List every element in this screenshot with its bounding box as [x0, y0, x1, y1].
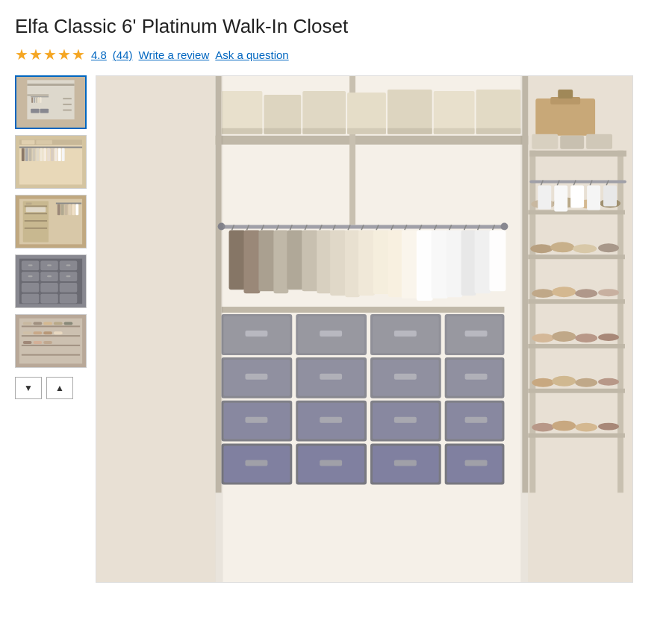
- svg-rect-72: [22, 335, 80, 337]
- svg-rect-86: [43, 341, 52, 344]
- svg-rect-2: [27, 84, 74, 86]
- svg-rect-76: [34, 322, 43, 325]
- svg-rect-135: [358, 231, 375, 296]
- svg-rect-199: [394, 460, 417, 466]
- svg-rect-47: [72, 204, 75, 216]
- svg-rect-149: [461, 231, 476, 296]
- svg-rect-63: [28, 265, 33, 266]
- thumbnail-next-button[interactable]: ▲: [46, 377, 73, 399]
- svg-rect-166: [465, 331, 488, 337]
- thumbnail-5[interactable]: [15, 314, 87, 368]
- svg-rect-184: [320, 417, 342, 423]
- star-4: ★: [57, 46, 71, 63]
- svg-rect-11: [40, 109, 49, 113]
- review-count[interactable]: (44): [113, 49, 133, 61]
- svg-rect-169: [245, 374, 267, 380]
- svg-rect-190: [465, 417, 488, 423]
- svg-rect-79: [64, 322, 73, 325]
- svg-rect-208: [528, 344, 625, 348]
- write-review-link[interactable]: Write a review: [139, 49, 210, 61]
- rating-row: ★ ★ ★ ★ ★ 4.8 (44) Write a review Ask a …: [15, 46, 657, 63]
- main-product-image[interactable]: [96, 75, 633, 583]
- svg-rect-13: [63, 104, 71, 105]
- svg-rect-20: [29, 148, 32, 162]
- svg-rect-137: [373, 231, 390, 295]
- svg-rect-74: [22, 354, 80, 356]
- star-2: ★: [29, 46, 43, 63]
- thumbnail-prev-button[interactable]: ▼: [15, 377, 42, 399]
- svg-rect-61: [40, 294, 58, 304]
- svg-point-223: [532, 334, 554, 342]
- svg-point-228: [552, 376, 576, 387]
- svg-rect-67: [47, 275, 52, 277]
- svg-rect-117: [229, 231, 246, 290]
- svg-rect-145: [432, 231, 448, 299]
- svg-rect-17: [19, 147, 82, 148]
- svg-rect-109: [476, 128, 521, 134]
- svg-rect-102: [347, 93, 386, 134]
- svg-point-232: [552, 421, 576, 431]
- svg-rect-27: [55, 148, 57, 162]
- svg-rect-38: [25, 220, 47, 222]
- svg-rect-108: [476, 90, 521, 134]
- svg-rect-248: [560, 136, 584, 149]
- product-title: Elfa Classic 6' Platinum Walk-In Closet: [15, 15, 657, 38]
- svg-rect-250: [216, 76, 223, 582]
- thumbnail-3[interactable]: [15, 195, 87, 248]
- svg-rect-73: [22, 345, 80, 346]
- svg-rect-5: [31, 97, 33, 103]
- svg-rect-143: [417, 231, 433, 301]
- svg-rect-100: [302, 91, 346, 134]
- svg-rect-21: [33, 148, 36, 162]
- svg-rect-245: [603, 186, 617, 207]
- svg-point-215: [530, 245, 553, 254]
- svg-rect-16: [19, 140, 82, 185]
- svg-rect-101: [302, 128, 346, 134]
- svg-rect-7: [36, 97, 37, 103]
- svg-point-225: [575, 334, 597, 342]
- svg-rect-163: [394, 331, 417, 337]
- svg-rect-160: [320, 331, 342, 337]
- svg-rect-75: [23, 322, 32, 325]
- svg-point-234: [598, 423, 619, 431]
- svg-rect-175: [394, 374, 417, 380]
- svg-rect-125: [287, 231, 303, 290]
- svg-rect-77: [43, 322, 52, 325]
- svg-rect-45: [65, 204, 68, 216]
- svg-rect-133: [345, 231, 360, 298]
- thumbnail-2[interactable]: [15, 135, 87, 189]
- svg-rect-207: [528, 299, 625, 304]
- svg-point-115: [500, 223, 508, 231]
- svg-rect-19: [25, 148, 28, 162]
- svg-rect-249: [586, 134, 612, 149]
- svg-rect-68: [66, 275, 71, 277]
- svg-rect-81: [34, 331, 43, 334]
- svg-rect-31: [22, 140, 35, 145]
- rating-score[interactable]: 4.8: [91, 49, 107, 61]
- svg-rect-99: [264, 128, 301, 134]
- svg-rect-239: [554, 186, 567, 212]
- svg-point-227: [532, 378, 554, 387]
- svg-rect-172: [320, 374, 342, 380]
- svg-rect-193: [245, 460, 267, 466]
- star-rating: ★ ★ ★ ★ ★: [15, 46, 85, 63]
- svg-rect-29: [62, 148, 65, 162]
- ask-question-link[interactable]: Ask a question: [215, 49, 288, 61]
- svg-rect-147: [447, 231, 463, 298]
- svg-rect-66: [28, 275, 33, 277]
- thumbnail-nav: ▼ ▲: [15, 377, 87, 399]
- star-5: ★: [72, 46, 85, 63]
- svg-rect-112: [558, 90, 573, 98]
- svg-rect-103: [347, 128, 386, 134]
- svg-rect-251: [520, 76, 528, 582]
- thumbnail-4[interactable]: [15, 254, 87, 308]
- thumbnail-1[interactable]: [15, 75, 87, 129]
- svg-rect-24: [43, 148, 46, 162]
- svg-rect-129: [317, 231, 332, 294]
- svg-rect-84: [23, 341, 32, 344]
- svg-rect-181: [245, 417, 267, 423]
- svg-rect-97: [222, 128, 263, 134]
- svg-point-230: [598, 378, 619, 386]
- svg-rect-106: [434, 91, 475, 134]
- svg-rect-48: [75, 204, 78, 216]
